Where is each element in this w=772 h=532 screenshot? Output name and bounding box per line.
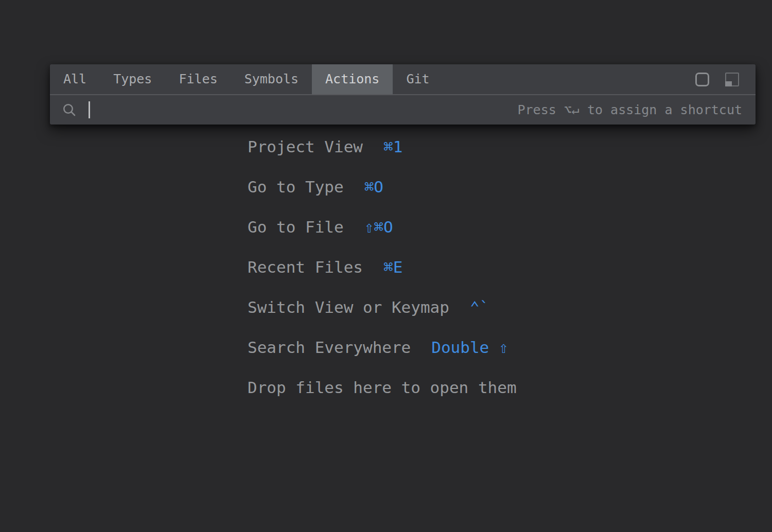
tab-label: Files — [179, 72, 217, 86]
open-in-find-window-icon[interactable] — [725, 73, 739, 86]
action-label: Go to Type — [248, 178, 344, 196]
shortcut-assign-hint: Press ⌥↵ to assign a shortcut — [518, 102, 743, 117]
shortcut-hint-row: Go to Type⌘O — [248, 167, 517, 207]
action-label: Switch View or Keymap — [248, 298, 449, 316]
tab-label: Actions — [325, 72, 379, 86]
action-shortcut: Double ⇧ — [431, 338, 508, 357]
filter-frame-icon[interactable] — [695, 73, 709, 86]
tab-git[interactable]: Git — [393, 64, 443, 94]
action-shortcut: ⌘E — [383, 258, 402, 276]
tab-list: All Types Files Symbols Actions Git — [50, 64, 443, 94]
tab-files[interactable]: Files — [165, 64, 231, 94]
tab-label: Symbols — [244, 72, 299, 86]
shortcut-hint-row: Recent Files⌘E — [248, 247, 517, 287]
action-shortcut: ⌃` — [470, 298, 489, 316]
action-label: Go to File — [248, 218, 344, 236]
search-everywhere-dialog: All Types Files Symbols Actions Git Pres… — [50, 64, 756, 125]
tab-bar: All Types Files Symbols Actions Git — [50, 64, 756, 94]
action-label: Search Everywhere — [248, 338, 411, 357]
tab-types[interactable]: Types — [100, 64, 165, 94]
shortcut-hint-row: Drop files here to open them — [248, 367, 517, 407]
tab-label: Git — [406, 72, 429, 86]
search-input[interactable] — [90, 102, 518, 118]
action-label: Project View — [248, 137, 363, 156]
tabbar-icons — [695, 64, 756, 94]
tab-label: Types — [113, 72, 152, 86]
action-shortcut: ⌘1 — [383, 137, 402, 156]
tab-symbols[interactable]: Symbols — [231, 64, 312, 94]
action-label: Recent Files — [248, 258, 363, 276]
search-icon — [62, 103, 77, 117]
action-label: Drop files here to open them — [248, 378, 517, 397]
tab-all[interactable]: All — [50, 64, 100, 94]
tab-actions[interactable]: Actions — [312, 64, 393, 94]
shortcut-hint-row: Go to File⇧⌘O — [248, 207, 517, 247]
shortcut-hint-row: Switch View or Keymap⌃` — [248, 287, 517, 327]
action-shortcut: ⇧⌘O — [364, 218, 393, 236]
search-row: Press ⌥↵ to assign a shortcut — [50, 95, 756, 125]
empty-state-shortcut-list: Project View⌘1 Go to Type⌘O Go to File⇧⌘… — [248, 127, 517, 407]
action-shortcut: ⌘O — [364, 178, 383, 196]
tab-label: All — [63, 72, 86, 86]
shortcut-hint-row: Project View⌘1 — [248, 127, 517, 167]
shortcut-hint-row: Search EverywhereDouble ⇧ — [248, 327, 517, 367]
